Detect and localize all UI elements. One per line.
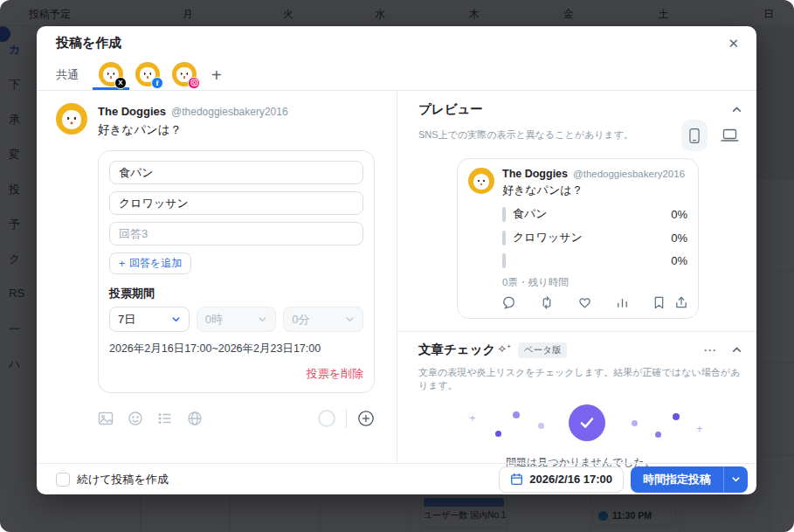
account-name: The Doggies: [98, 105, 166, 118]
mobile-preview-button[interactable]: [681, 120, 708, 151]
toolbar-divider: [346, 409, 347, 428]
poll-bar: [502, 253, 506, 268]
continue-checkbox-group[interactable]: 続けて投稿を作成: [56, 472, 169, 487]
delete-poll-button[interactable]: 投票を削除: [109, 366, 363, 382]
avatar: [172, 62, 197, 86]
continue-label: 続けて投稿を作成: [77, 472, 169, 487]
sparkle-icon: ✧+: [497, 342, 511, 356]
app-window: 投稿予定 月 火 水 木 金 土 日 カ 下 承 変 投 予 ク RS 一 ハ …: [0, 0, 794, 532]
laptop-icon: [721, 128, 739, 142]
decor-dot: [655, 432, 661, 438]
poll-answer1-input[interactable]: [109, 161, 363, 184]
decor-dot: [513, 411, 520, 418]
preview-subtitle: SNS上での実際の表示と異なることがあります。: [418, 128, 633, 151]
avatar: X: [99, 62, 123, 86]
add-answer-button[interactable]: + 回答を追加: [109, 252, 191, 274]
globe-icon[interactable]: [187, 411, 203, 426]
preview-name: The Doggies: [502, 168, 568, 180]
dog-avatar: [468, 168, 494, 194]
chevron-down-icon: [171, 314, 181, 324]
poll-percent: 0%: [671, 231, 687, 245]
create-post-modal: 投稿を作成 ✕ 共通 X f: [37, 26, 756, 494]
modal-footer: 続けて投稿を作成 2026/2/16 17:00 時間指定投稿: [37, 463, 756, 494]
section-divider: [397, 331, 756, 332]
poll-percent: 0%: [671, 208, 687, 221]
plus-icon: +: [119, 258, 125, 270]
text-check-description: 文章の表現や炎上リスクをチェックします。結果が正確ではない場合があります。: [418, 366, 742, 392]
text-check-graphic: + +: [418, 396, 742, 453]
beta-badge: ベータ版: [518, 342, 568, 358]
chevron-down-icon: [345, 314, 355, 324]
avatar: [468, 168, 494, 194]
tab-common[interactable]: 共通: [56, 60, 79, 90]
avatar: [56, 103, 87, 135]
composer-pane: The Doggies @thedoggiesbakery2016 好きなパンは…: [37, 91, 397, 463]
decor-dot: [632, 420, 638, 426]
add-account-button[interactable]: +: [211, 60, 222, 90]
poll-minutes-select[interactable]: 0分: [283, 307, 363, 332]
poll-days-select[interactable]: 7日: [109, 307, 190, 332]
poll-percent: 0%: [671, 254, 687, 267]
schedule-post-label[interactable]: 時間指定投稿: [631, 466, 723, 493]
calendar-icon: [510, 473, 523, 486]
decor-dot: [673, 413, 680, 420]
tab-account-x[interactable]: X: [93, 60, 129, 90]
heart-icon: [578, 296, 591, 309]
add-post-icon[interactable]: [357, 410, 375, 427]
chevron-down-icon: [731, 474, 741, 484]
poll-card: + 回答を追加 投票期間 7日 0時: [98, 150, 375, 393]
decor-plus: +: [696, 422, 703, 435]
account-handle: @thedoggiesbakery2016: [171, 106, 288, 118]
check-circle-icon: [569, 404, 605, 441]
poll-answer3-input[interactable]: [109, 222, 363, 245]
composer-head: The Doggies @thedoggiesbakery2016 好きなパンは…: [56, 103, 397, 138]
modal-title: 投稿を作成: [56, 35, 121, 52]
account-tabs: 共通 X f: [37, 60, 756, 91]
more-options-icon[interactable]: ⋯: [703, 342, 717, 358]
instagram-badge-icon: [188, 77, 200, 89]
continue-checkbox[interactable]: [56, 473, 70, 487]
decor-plus: +: [469, 411, 476, 425]
text-check-title: 文章チェック: [418, 342, 495, 358]
avatar: f: [135, 62, 160, 86]
preview-poll-option: クロワッサン 0%: [502, 230, 687, 245]
image-icon[interactable]: [98, 411, 114, 426]
post-text[interactable]: 好きなパンは？: [98, 122, 288, 138]
preview-handle: @thedoggiesbakery2016: [573, 169, 685, 179]
preview-post-card: The Doggies @thedoggiesbakery2016 好きなパンは…: [457, 158, 699, 319]
modal-header: 投稿を作成 ✕: [37, 26, 756, 60]
preview-title: プレビュー: [418, 101, 483, 118]
preview-text: 好きなパンは？: [502, 183, 687, 198]
preview-pane: プレビュー SNS上での実際の表示と異なることがあります。: [397, 91, 756, 463]
collapse-text-check-icon[interactable]: [731, 344, 742, 356]
poll-hours-select[interactable]: 0時: [197, 307, 277, 332]
preview-poll-meta: 0票・残り時間: [502, 276, 687, 289]
composer-toolbar: [98, 409, 375, 428]
bookmark-icon: [653, 296, 665, 309]
retweet-icon: [540, 296, 554, 309]
smartphone-icon: [689, 128, 700, 144]
dog-avatar: [56, 103, 87, 135]
device-toggle: [681, 120, 742, 151]
emoji-icon[interactable]: [128, 411, 143, 426]
datetime-value: 2026/2/16 17:00: [529, 473, 612, 486]
list-icon[interactable]: [157, 411, 173, 426]
schedule-post-button[interactable]: 時間指定投稿: [631, 466, 748, 493]
chevron-down-icon: [258, 314, 267, 324]
schedule-options-dropdown[interactable]: [723, 466, 748, 493]
tab-account-instagram[interactable]: [166, 60, 203, 90]
poll-bar: [502, 207, 506, 222]
collapse-preview-icon[interactable]: [731, 104, 742, 115]
modal-body: The Doggies @thedoggiesbakery2016 好きなパンは…: [37, 91, 756, 463]
tab-account-facebook[interactable]: f: [129, 60, 166, 90]
preview-actions: [502, 296, 687, 309]
decor-dot: [538, 423, 544, 429]
reply-icon: [502, 296, 515, 309]
decor-dot: [495, 431, 501, 437]
desktop-preview-button[interactable]: [716, 120, 742, 151]
poll-answer2-input[interactable]: [109, 191, 363, 215]
close-icon[interactable]: ✕: [728, 37, 739, 50]
datetime-picker-button[interactable]: 2026/2/16 17:00: [499, 466, 624, 493]
poll-duration-label: 投票期間: [109, 286, 363, 301]
x-badge-icon: X: [114, 77, 127, 89]
